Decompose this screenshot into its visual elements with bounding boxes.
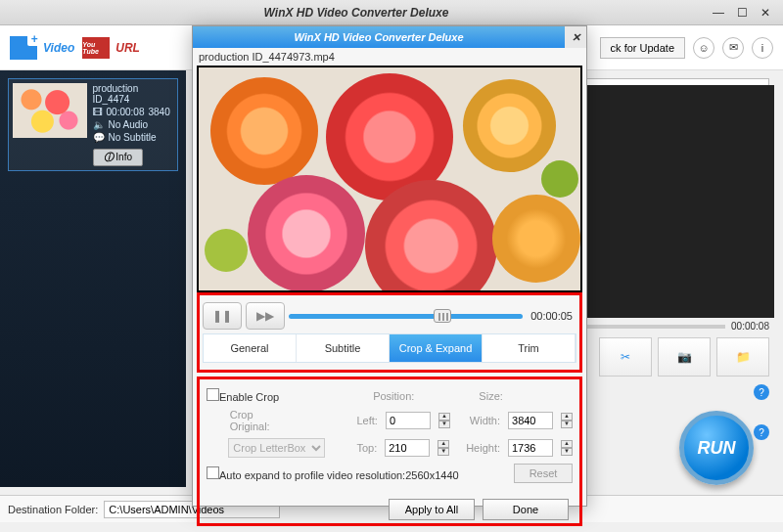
main-titlebar: WinX HD Video Converter Deluxe — ☐ ✕ bbox=[0, 0, 783, 25]
height-input[interactable] bbox=[508, 439, 553, 457]
highlight-box-controls: ❚❚ ▶▶ 00:00:05 General Subtitle Crop & E… bbox=[197, 292, 582, 373]
width-label: Width: bbox=[470, 415, 500, 426]
mail-button[interactable]: ✉ bbox=[722, 37, 744, 59]
crop-original-label: Crop Original: bbox=[230, 409, 296, 432]
youtube-icon: You Tube bbox=[82, 37, 110, 59]
run-button[interactable]: RUN bbox=[679, 411, 754, 485]
folder-button[interactable]: 📁 bbox=[716, 337, 769, 377]
left-input[interactable] bbox=[386, 412, 431, 429]
url-label: URL bbox=[115, 41, 140, 55]
edit-tabs: General Subtitle Crop & Expand Trim bbox=[203, 333, 576, 363]
snapshot-button[interactable]: 📷 bbox=[658, 337, 711, 377]
tab-trim[interactable]: Trim bbox=[483, 334, 576, 362]
top-input[interactable] bbox=[385, 439, 430, 457]
tab-subtitle[interactable]: Subtitle bbox=[297, 334, 390, 362]
seek-timestamp: 00:00:05 bbox=[527, 310, 576, 322]
add-url-button[interactable]: You Tube URL bbox=[82, 37, 140, 59]
crop-mode-select[interactable]: Crop LetterBox bbox=[228, 438, 325, 458]
file-meta: production ID_4474 🎞00:00:08 3840 🔈No Au… bbox=[93, 83, 173, 166]
help-icon[interactable]: ? bbox=[754, 384, 769, 400]
file-list-item[interactable]: production ID_4474 🎞00:00:08 3840 🔈No Au… bbox=[8, 78, 178, 171]
video-plus-icon bbox=[10, 36, 37, 60]
add-video-button[interactable]: Video bbox=[10, 36, 74, 60]
dialog-filename: production ID_4474973.mp4 bbox=[197, 48, 582, 66]
close-button[interactable]: ✕ bbox=[754, 4, 777, 22]
autoexpand-checkbox[interactable]: Auto expand to profile video resolution:… bbox=[207, 466, 459, 481]
audio-icon: 🔈 bbox=[93, 119, 105, 130]
pause-button[interactable]: ❚❚ bbox=[203, 302, 242, 330]
tab-crop-expand[interactable]: Crop & Expand bbox=[390, 334, 483, 362]
seek-knob[interactable] bbox=[434, 309, 451, 323]
video-label: Video bbox=[43, 41, 74, 55]
highlight-box-crop: Enable Crop Position: Size: Crop Origina… bbox=[197, 377, 582, 526]
time-total: 00:00:08 bbox=[731, 321, 769, 332]
width-spinner[interactable]: ▲▼ bbox=[561, 413, 573, 428]
reset-button[interactable]: Reset bbox=[514, 464, 573, 483]
dest-label: Destination Folder: bbox=[8, 504, 98, 515]
dialog-title: WinX HD Video Converter Deluxe bbox=[193, 31, 565, 43]
file-name: production ID_4474 bbox=[93, 83, 173, 105]
file-info-button[interactable]: ⓘ Info bbox=[93, 149, 143, 166]
left-spinner[interactable]: ▲▼ bbox=[438, 413, 450, 428]
apply-to-all-button[interactable]: Apply to All bbox=[389, 499, 475, 520]
fastforward-button[interactable]: ▶▶ bbox=[246, 302, 285, 330]
size-label: Size: bbox=[479, 390, 502, 402]
top-label: Top: bbox=[356, 442, 377, 454]
tab-general[interactable]: General bbox=[204, 334, 297, 362]
position-label: Position: bbox=[373, 390, 414, 402]
enable-crop-checkbox[interactable]: Enable Crop bbox=[207, 388, 279, 403]
dialog-titlebar: WinX HD Video Converter Deluxe ✕ bbox=[193, 26, 586, 48]
height-label: Height: bbox=[466, 442, 500, 454]
app-title: WinX HD Video Converter Deluxe bbox=[6, 6, 707, 20]
scissors-button[interactable]: ✂ bbox=[599, 337, 652, 377]
width-input[interactable] bbox=[508, 412, 553, 429]
check-update-button[interactable]: ck for Update bbox=[600, 37, 685, 59]
file-list-sidebar: production ID_4474 🎞00:00:08 3840 🔈No Au… bbox=[0, 70, 186, 487]
film-icon: 🎞 bbox=[93, 107, 103, 117]
dialog-preview bbox=[197, 66, 582, 292]
help-icon-2[interactable]: ? bbox=[754, 424, 769, 440]
maximize-button[interactable]: ☐ bbox=[730, 4, 754, 22]
edit-dialog: WinX HD Video Converter Deluxe ✕ product… bbox=[192, 25, 587, 507]
seek-bar[interactable] bbox=[289, 314, 523, 319]
done-button[interactable]: Done bbox=[483, 499, 569, 520]
height-spinner[interactable]: ▲▼ bbox=[561, 440, 573, 456]
file-thumbnail bbox=[13, 83, 87, 138]
top-spinner[interactable]: ▲▼ bbox=[438, 440, 449, 456]
subtitle-icon: 💬 bbox=[93, 132, 105, 143]
info-button[interactable]: i bbox=[752, 37, 773, 59]
user-button[interactable]: ☺ bbox=[693, 37, 714, 59]
dialog-close-button[interactable]: ✕ bbox=[565, 26, 586, 48]
minimize-button[interactable]: — bbox=[707, 4, 730, 22]
left-label: Left: bbox=[357, 415, 378, 426]
player-controls: ❚❚ ▶▶ 00:00:05 bbox=[203, 302, 576, 330]
